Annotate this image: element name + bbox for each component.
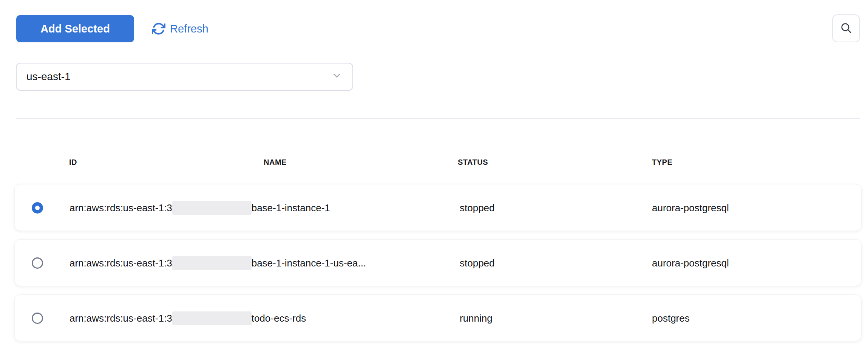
redacted-text: [172, 256, 252, 270]
section-divider: [16, 118, 860, 119]
refresh-icon: [152, 22, 165, 36]
add-selected-button[interactable]: Add Selected: [16, 15, 134, 42]
column-header-name: NAME: [264, 158, 287, 167]
cell-type: postgres: [652, 295, 690, 342]
cell-id: arn:aws:rds:us-east-1:3todo-ecs-rds: [70, 295, 306, 342]
cell-type: aurora-postgresql: [652, 184, 729, 231]
redacted-text: [172, 201, 252, 215]
column-header-status: STATUS: [458, 158, 488, 167]
column-header-type: TYPE: [652, 158, 672, 167]
id-suffix: todo-ecs-rds: [252, 313, 306, 324]
radio-button[interactable]: [32, 202, 43, 214]
radio-button[interactable]: [32, 257, 43, 269]
cell-id: arn:aws:rds:us-east-1:3base-1-instance-1…: [70, 240, 366, 286]
cell-status: running: [460, 295, 493, 342]
refresh-button[interactable]: Refresh: [152, 15, 209, 42]
id-prefix: arn:aws:rds:us-east-1:3: [70, 257, 172, 269]
cell-type: aurora-postgresql: [652, 240, 729, 286]
cell-status: stopped: [460, 240, 495, 286]
cell-status: stopped: [460, 184, 495, 231]
table-row[interactable]: arn:aws:rds:us-east-1:3base-1-instance-1…: [14, 239, 862, 286]
id-prefix: arn:aws:rds:us-east-1:3: [70, 202, 172, 214]
refresh-label: Refresh: [170, 23, 209, 35]
table-row[interactable]: arn:aws:rds:us-east-1:3base-1-instance-1…: [14, 184, 862, 231]
chevron-down-icon: [331, 70, 343, 84]
instance-table: arn:aws:rds:us-east-1:3base-1-instance-1…: [14, 184, 862, 350]
search-button[interactable]: [832, 14, 860, 42]
column-header-id: ID: [69, 158, 77, 167]
id-suffix: base-1-instance-1-us-ea...: [252, 257, 366, 269]
search-icon: [840, 22, 853, 36]
cell-id: arn:aws:rds:us-east-1:3base-1-instance-1: [70, 184, 330, 231]
radio-button[interactable]: [32, 313, 43, 324]
id-prefix: arn:aws:rds:us-east-1:3: [70, 313, 172, 324]
region-dropdown-value: us-east-1: [26, 71, 71, 83]
table-row[interactable]: arn:aws:rds:us-east-1:3todo-ecs-rds runn…: [14, 294, 862, 341]
redacted-text: [172, 311, 252, 325]
id-suffix: base-1-instance-1: [252, 202, 330, 214]
region-dropdown[interactable]: us-east-1: [16, 63, 353, 91]
